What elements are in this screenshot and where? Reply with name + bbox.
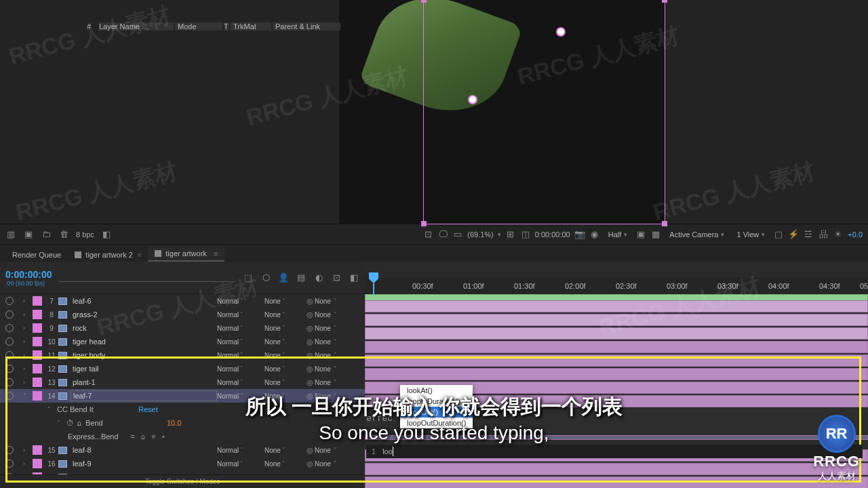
track[interactable] bbox=[365, 300, 868, 313]
trkmat-dropdown[interactable]: None ˅ bbox=[264, 365, 305, 373]
layer-name[interactable]: plant-1 bbox=[71, 378, 217, 387]
bpc-indicator-icon[interactable]: ◧ bbox=[101, 229, 112, 240]
label-color[interactable] bbox=[33, 323, 42, 333]
layer-row-grass-2[interactable]: ›8grass-2Normal ˅None ˅◎None ˅ bbox=[0, 308, 365, 321]
autocomplete-item[interactable]: loopOutDuration() bbox=[400, 418, 473, 428]
expression-autocomplete[interactable]: lookAt()loopInDuration()loopOut()loopOut… bbox=[400, 385, 473, 428]
tab-comp-a[interactable]: tiger artwork 2× bbox=[68, 248, 148, 262]
label-color[interactable] bbox=[33, 310, 42, 319]
label-color[interactable] bbox=[33, 459, 42, 468]
trkmat-dropdown[interactable]: None ˅ bbox=[264, 311, 305, 319]
layer-name[interactable]: rock bbox=[71, 323, 217, 333]
parent-dropdown[interactable]: None ˅ bbox=[315, 365, 365, 373]
blend-mode-dropdown[interactable]: Normal ˅ bbox=[217, 338, 264, 346]
folder-icon[interactable]: ▥ bbox=[5, 229, 16, 240]
autocomplete-item[interactable]: loopInDuration() bbox=[400, 396, 473, 407]
resolution-dropdown[interactable]: Half bbox=[604, 230, 632, 239]
layer-row-leaf-8[interactable]: ›15leaf-8Normal ˅None ˅◎None ˅ bbox=[0, 443, 365, 457]
twirl-icon[interactable]: › bbox=[23, 298, 33, 304]
new-comp-icon[interactable]: ▣ bbox=[23, 229, 34, 240]
trkmat-dropdown[interactable]: None ˅ bbox=[264, 392, 305, 400]
property-value[interactable]: 10.0 bbox=[167, 419, 181, 427]
trkmat-dropdown[interactable]: None ˅ bbox=[264, 352, 305, 359]
twirl-icon[interactable]: › bbox=[23, 311, 33, 318]
twirl-icon[interactable]: ˅ bbox=[47, 406, 57, 413]
layer-name[interactable]: tiger body bbox=[71, 350, 217, 360]
pickwhip-icon[interactable]: ◎ bbox=[305, 459, 315, 468]
exposure-value[interactable]: +0.0 bbox=[848, 230, 863, 239]
visibility-toggle[interactable] bbox=[5, 460, 14, 468]
track[interactable] bbox=[365, 354, 868, 367]
parent-dropdown[interactable]: None ˅ bbox=[315, 447, 365, 454]
effect-handle-start[interactable] bbox=[468, 95, 477, 104]
snapshot-icon[interactable]: 📷 bbox=[574, 229, 585, 240]
track[interactable] bbox=[365, 313, 868, 327]
visibility-toggle[interactable] bbox=[5, 392, 14, 400]
visibility-toggle[interactable] bbox=[5, 351, 14, 359]
graph-editor-icon[interactable]: ⊡ bbox=[331, 272, 342, 283]
layer-panel[interactable]: ›7leaf-6Normal ˅None ˅◎None ˅›8grass-2No… bbox=[0, 294, 365, 488]
col-num[interactable]: # bbox=[87, 22, 98, 30]
twirl-icon[interactable]: › bbox=[23, 338, 33, 345]
parent-dropdown[interactable]: None ˅ bbox=[315, 298, 365, 305]
blend-mode-dropdown[interactable]: Normal ˅ bbox=[217, 392, 264, 400]
visibility-toggle[interactable] bbox=[5, 338, 14, 346]
twirl-icon[interactable]: › bbox=[23, 379, 33, 386]
flowchart-icon[interactable]: 品 bbox=[818, 229, 829, 240]
layer-bar[interactable] bbox=[365, 341, 868, 353]
layer-row-plant-1[interactable]: ›13plant-1Normal ˅None ˅◎None ˅ bbox=[0, 375, 365, 389]
blend-mode-dropdown[interactable]: Normal ˅ bbox=[217, 379, 264, 386]
expression-editor[interactable]: 1 loo bbox=[366, 445, 863, 458]
selection-handle[interactable] bbox=[421, 0, 427, 3]
col-layer-name[interactable]: Layer Name bbox=[99, 22, 174, 30]
composition-canvas[interactable] bbox=[339, 0, 665, 224]
visibility-toggle[interactable] bbox=[5, 378, 14, 386]
label-color[interactable] bbox=[33, 296, 42, 306]
blend-mode-dropdown[interactable]: Normal ˅ bbox=[217, 311, 264, 319]
visibility-toggle[interactable] bbox=[5, 297, 14, 305]
display-icon[interactable]: 🖵 bbox=[437, 229, 448, 240]
twirl-icon[interactable]: › bbox=[23, 365, 33, 372]
layer-name[interactable]: tiger tail bbox=[71, 364, 217, 373]
bpc-label[interactable]: 8 bpc bbox=[76, 230, 94, 239]
roi-icon[interactable]: ▣ bbox=[635, 229, 646, 240]
layer-bar[interactable] bbox=[365, 476, 868, 488]
reset-exposure-icon[interactable]: ☀ bbox=[833, 229, 844, 240]
trkmat-dropdown[interactable]: None ˅ bbox=[264, 379, 305, 386]
pixel-aspect-icon[interactable]: ▢ bbox=[773, 229, 784, 240]
pickwhip-icon[interactable]: ◎ bbox=[305, 378, 315, 387]
parent-dropdown[interactable]: None ˅ bbox=[315, 460, 365, 468]
layer-bar[interactable] bbox=[365, 314, 868, 326]
toggle-switches-modes[interactable]: Toggle Switches / Modes bbox=[0, 474, 365, 488]
twirl-icon[interactable]: › bbox=[23, 447, 33, 453]
col-mode[interactable]: Mode bbox=[175, 22, 222, 30]
visibility-toggle[interactable] bbox=[5, 446, 14, 454]
shy-icon[interactable]: 👤 bbox=[278, 272, 289, 283]
label-color[interactable] bbox=[33, 337, 42, 346]
label-color[interactable] bbox=[33, 378, 42, 387]
reset-link[interactable]: Reset bbox=[138, 405, 158, 413]
expression-row[interactable]: Express...Bend= ⩍ ◎ ▸ bbox=[0, 430, 365, 443]
layer-bar[interactable] bbox=[365, 368, 868, 380]
trash-icon[interactable]: 🗑 bbox=[58, 229, 69, 240]
pickwhip-icon[interactable]: ◎ bbox=[305, 296, 315, 306]
layer-bar[interactable] bbox=[365, 300, 868, 312]
layer-name[interactable]: tiger head bbox=[71, 337, 217, 346]
tab-render-queue[interactable]: Render Queue bbox=[5, 248, 68, 262]
motion-blur-icon[interactable]: ◐ bbox=[313, 272, 324, 283]
pickwhip-icon[interactable]: ◎ bbox=[305, 364, 315, 373]
track[interactable] bbox=[365, 327, 868, 340]
parent-dropdown[interactable]: None ˅ bbox=[315, 338, 365, 346]
layer-name[interactable]: leaf-6 bbox=[71, 296, 217, 306]
timeline-icon[interactable]: ☲ bbox=[803, 229, 814, 240]
layer-bar[interactable] bbox=[365, 463, 868, 475]
autocomplete-item[interactable]: loopOut() bbox=[400, 407, 473, 418]
pickwhip-icon[interactable]: ◎ bbox=[305, 350, 315, 360]
selection-handle[interactable] bbox=[662, 0, 667, 3]
autocomplete-item[interactable]: lookAt() bbox=[400, 385, 473, 396]
layer-row-rock[interactable]: ›9rockNormal ˅None ˅◎None ˅ bbox=[0, 321, 365, 335]
property-name[interactable]: Bend bbox=[85, 419, 167, 427]
graph-icon[interactable]: ⩍ bbox=[77, 419, 81, 427]
parent-dropdown[interactable]: None ˅ bbox=[315, 311, 365, 319]
selection-handle[interactable] bbox=[662, 221, 667, 226]
